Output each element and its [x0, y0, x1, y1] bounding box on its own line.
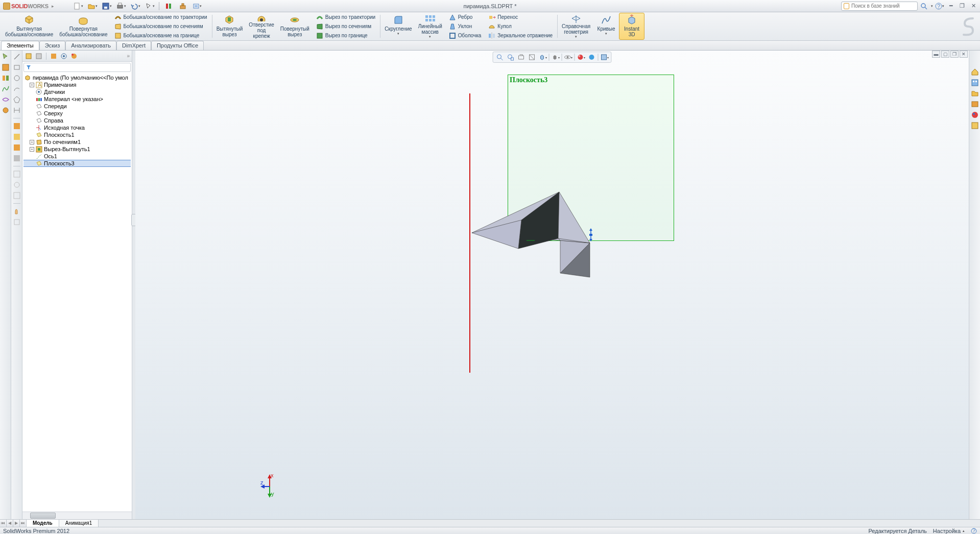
- revolved-cut-button[interactable]: Повернутый вырез: [277, 13, 313, 40]
- help-button[interactable]: ?▾: [935, 2, 944, 10]
- orientation-icon[interactable]: ▾: [538, 53, 547, 62]
- drag-handle-icon[interactable]: [588, 228, 593, 241]
- rail-smart-icon[interactable]: [2, 106, 10, 114]
- hide-show-icon[interactable]: ▾: [564, 53, 573, 62]
- rail-poly-icon[interactable]: [13, 95, 21, 104]
- dome-button[interactable]: Купол: [487, 22, 554, 31]
- expander-icon[interactable]: +: [30, 83, 34, 87]
- view-close-icon[interactable]: ✕: [960, 51, 968, 58]
- save-button[interactable]: ▾: [100, 1, 113, 11]
- task-lib-icon[interactable]: [971, 79, 979, 87]
- rail-rect-icon[interactable]: [13, 63, 21, 71]
- tree-item[interactable]: Ось1: [23, 153, 131, 160]
- rail-feat3-icon[interactable]: [13, 143, 21, 152]
- tab-sketch[interactable]: Эскиз: [39, 41, 65, 50]
- shell-button[interactable]: Оболочка: [447, 31, 483, 40]
- rail-sketch-icon[interactable]: [2, 63, 10, 71]
- rail-line-icon[interactable]: [13, 53, 21, 61]
- search-go-icon[interactable]: [920, 2, 929, 10]
- task-appearance-icon[interactable]: [971, 111, 979, 119]
- tab-features[interactable]: Элементы: [1, 41, 39, 50]
- tree-tab-5[interactable]: [69, 52, 79, 61]
- tree-root[interactable]: пирамида (По умолчанию<<По умол: [23, 74, 131, 81]
- scene-icon[interactable]: ▾: [577, 53, 586, 62]
- boundary-cut-button[interactable]: Вырез по границе: [315, 31, 377, 40]
- expander-icon[interactable]: +: [30, 140, 34, 144]
- search-box[interactable]: [841, 2, 918, 11]
- extruded-boss-button[interactable]: Вытянутая бобышка/основание: [2, 13, 56, 40]
- extruded-cut-button[interactable]: Вытянутый вырез: [213, 13, 246, 40]
- rail-last-icon[interactable]: [13, 218, 21, 226]
- strip-first-icon[interactable]: ⏮: [0, 520, 7, 527]
- tree-tab-1[interactable]: [24, 52, 33, 61]
- view-restore-icon[interactable]: ❐: [950, 51, 959, 58]
- strip-last-icon[interactable]: ⏭: [20, 520, 27, 527]
- open-button[interactable]: ▾: [86, 1, 99, 11]
- instant3d-button[interactable]: Instant 3D: [619, 13, 644, 40]
- strip-prev-icon[interactable]: ◀: [7, 520, 13, 527]
- select-button[interactable]: ▾: [143, 1, 156, 11]
- rail-hand-icon[interactable]: [13, 207, 21, 215]
- orientation-triad[interactable]: x y z: [260, 473, 281, 498]
- expander-icon[interactable]: +: [30, 147, 34, 152]
- rail-arc-icon[interactable]: [13, 85, 21, 93]
- tree-item[interactable]: Датчики: [23, 88, 131, 95]
- tab-model[interactable]: Модель: [27, 520, 59, 527]
- close-button[interactable]: ✕: [969, 2, 978, 10]
- tree-item[interactable]: Справа: [23, 117, 131, 124]
- minimize-button[interactable]: ━: [946, 2, 955, 10]
- settings-icon[interactable]: ▾: [600, 53, 609, 62]
- tree-tab-3[interactable]: [49, 52, 58, 61]
- new-button[interactable]: ▾: [71, 1, 85, 11]
- section-icon[interactable]: [528, 53, 537, 62]
- tree-chevron-icon[interactable]: »: [127, 53, 130, 59]
- display-style-icon[interactable]: ▾: [551, 53, 560, 62]
- print-button[interactable]: ▾: [114, 1, 128, 11]
- hole-wizard-button[interactable]: Отверстие под крепеж: [246, 13, 277, 40]
- status-help-icon[interactable]: ?: [971, 528, 977, 534]
- rail-compare-icon[interactable]: [2, 74, 10, 82]
- status-custom[interactable]: Настройка: [933, 528, 961, 534]
- rail-feat4-icon[interactable]: [13, 154, 21, 162]
- rebuild-button[interactable]: [162, 1, 175, 11]
- view-minimize-icon[interactable]: ▬: [932, 51, 940, 58]
- fillet-button[interactable]: Скругление ▾: [381, 13, 415, 40]
- undo-button[interactable]: ▾: [129, 1, 142, 11]
- rail-feat5-icon[interactable]: [13, 170, 21, 178]
- strip-next-icon[interactable]: ▶: [13, 520, 20, 527]
- draft-button[interactable]: Уклон: [447, 22, 483, 31]
- rail-dim-icon[interactable]: [13, 106, 21, 114]
- tree-tab-2[interactable]: [34, 52, 43, 61]
- options-button[interactable]: [176, 1, 189, 11]
- lofted-cut-button[interactable]: Вырез по сечениям: [315, 22, 377, 31]
- viewport[interactable]: ▾ ▾ ▾ ▾ ▾ ▬ ▢ ❐ ✕ Плоскость3: [135, 51, 969, 519]
- tree-item[interactable]: Исходная точка: [23, 124, 131, 131]
- restore-button[interactable]: ❐: [958, 2, 967, 10]
- task-view-icon[interactable]: [971, 100, 979, 108]
- view-prev-icon[interactable]: [517, 53, 526, 62]
- tree-tab-4[interactable]: [59, 52, 68, 61]
- rail-feat7-icon[interactable]: [13, 191, 21, 200]
- screen-capture-button[interactable]: ▾: [190, 1, 204, 11]
- tree-item[interactable]: Спереди: [23, 103, 131, 110]
- task-custom-icon[interactable]: [971, 122, 979, 130]
- swept-cut-button[interactable]: Вырез по траектории: [315, 13, 377, 21]
- tree-item[interactable]: + По сечениям1: [23, 138, 131, 145]
- boundary-boss-button[interactable]: Бобышка/основание на границе: [113, 31, 209, 40]
- appearance-icon[interactable]: [587, 53, 596, 62]
- tree-item[interactable]: Материал <не указан>: [23, 95, 131, 103]
- view-maximize-icon[interactable]: ▢: [941, 51, 949, 58]
- tree-item[interactable]: Плоскость1: [23, 131, 131, 138]
- linear-pattern-button[interactable]: Линейный массив ▾: [415, 13, 445, 40]
- zoom-fit-icon[interactable]: [495, 53, 505, 62]
- task-home-icon[interactable]: [971, 68, 979, 76]
- rail-select-icon[interactable]: [2, 53, 10, 61]
- tree-filter[interactable]: [23, 63, 131, 72]
- tab-analyze[interactable]: Анализировать: [65, 41, 116, 50]
- rail-feat6-icon[interactable]: [13, 181, 21, 189]
- tab-office[interactable]: Продукты Office: [151, 41, 204, 50]
- tab-dimxpert[interactable]: DimXpert: [116, 41, 151, 50]
- mirror-button[interactable]: Зеркальное отражение: [487, 31, 554, 40]
- revolved-boss-button[interactable]: Повернутая бобышка/основание: [56, 13, 110, 40]
- move-button[interactable]: Перенос: [487, 13, 554, 21]
